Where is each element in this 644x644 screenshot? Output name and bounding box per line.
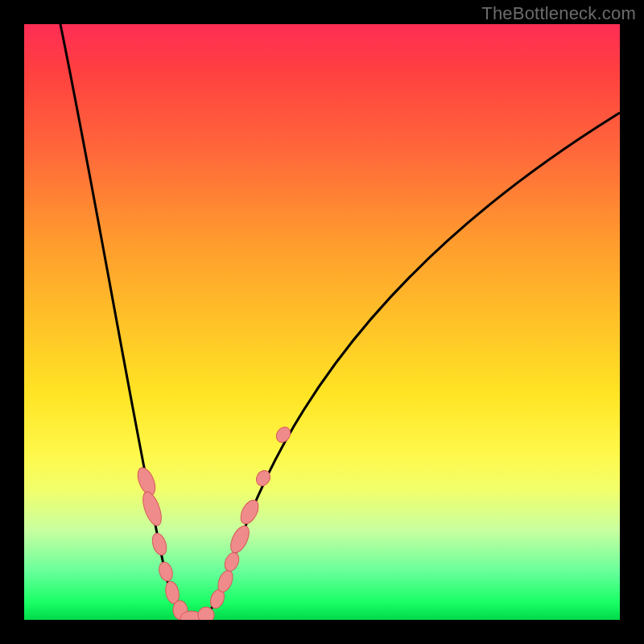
watermark-label: TheBottleneck.com	[481, 3, 636, 24]
chart-frame: TheBottleneck.com	[0, 0, 644, 644]
marker	[150, 531, 169, 557]
marker	[222, 551, 242, 573]
marker	[237, 497, 262, 527]
marker	[157, 560, 175, 582]
marker	[139, 489, 165, 528]
curve-svg	[24, 24, 620, 620]
plot-area	[24, 24, 620, 620]
marker	[227, 523, 253, 555]
marker	[274, 424, 293, 445]
bottleneck-curve	[60, 24, 620, 620]
marker-group	[134, 424, 293, 620]
